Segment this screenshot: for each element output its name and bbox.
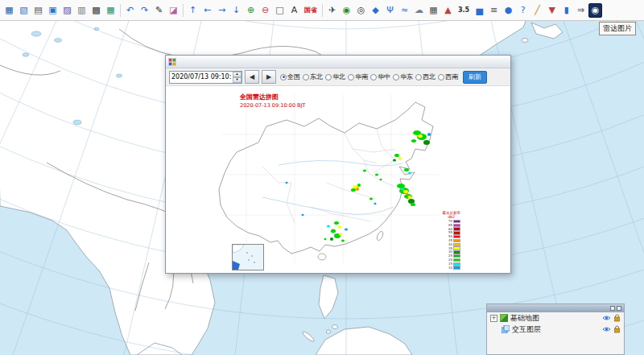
layer-manager-panel: + 基础地图 交互图层: [486, 303, 625, 355]
legend-swatch: [453, 243, 460, 246]
satellite-icon[interactable]: ◆: [369, 3, 382, 18]
zoom-out-icon[interactable]: ⊖: [258, 3, 272, 18]
globe-icon[interactable]: ◉: [340, 3, 353, 18]
menu-icon[interactable]: ≡: [487, 3, 501, 18]
arrow-right-icon[interactable]: →: [215, 3, 229, 18]
radio-dot: [280, 74, 287, 80]
animation-icon[interactable]: ▩: [89, 3, 103, 18]
legend-swatch: [453, 266, 460, 269]
eraser-icon[interactable]: ◪: [167, 3, 180, 18]
text-tool-icon[interactable]: A: [287, 3, 301, 18]
table-icon[interactable]: ▦: [104, 3, 118, 18]
radio-label: 全国: [287, 72, 300, 81]
legend-swatch: [453, 262, 460, 266]
radio-label: 华东: [400, 72, 413, 81]
radio-label: 东北: [310, 72, 323, 81]
toolbar-separator: [322, 4, 323, 17]
region-radio-西北[interactable]: 西北: [415, 72, 436, 81]
radio-label: 华北: [332, 72, 345, 81]
region-radio-西南[interactable]: 西南: [438, 72, 458, 81]
ruler-icon[interactable]: ╱: [530, 3, 544, 18]
arrow-left-icon[interactable]: ←: [200, 3, 214, 18]
pencil-icon[interactable]: ✎: [152, 3, 166, 18]
legend-swatch: [453, 239, 460, 242]
undo-icon[interactable]: ↶: [123, 3, 137, 18]
next-time-button[interactable]: ▶: [262, 70, 276, 84]
help-icon[interactable]: ?: [516, 3, 530, 18]
wave-icon[interactable]: ≈: [398, 3, 411, 18]
grid-icon[interactable]: ▦: [427, 3, 440, 18]
expander-icon[interactable]: +: [490, 315, 497, 322]
legend-swatch: [453, 227, 460, 230]
radio-dot: [348, 74, 354, 80]
dialog-toolbar: ▲ ▼ ◀ ▶ 全国东北华北华南华中华东西北西南 刷新: [166, 68, 510, 86]
export-icon[interactable]: ⇒: [574, 3, 588, 18]
interactive-layer-icon: [502, 325, 510, 333]
chart-icon[interactable]: ▲: [441, 3, 455, 18]
redo-icon[interactable]: ↷: [138, 3, 151, 18]
visibility-eye-icon[interactable]: [602, 315, 611, 321]
zoom-in-icon[interactable]: ⊕: [244, 3, 258, 18]
flight-route-icon[interactable]: ✈: [325, 3, 339, 18]
database-icon[interactable]: ▥: [75, 3, 89, 18]
save-icon[interactable]: ▦: [2, 3, 16, 18]
layer-row-base-map[interactable]: + 基础地图: [487, 312, 624, 324]
region-radio-group: 全国东北华北华南华中华东西北西南: [280, 72, 458, 81]
region-radio-全国[interactable]: 全国: [280, 72, 300, 81]
datetime-picker: ▲ ▼: [169, 71, 242, 84]
radio-dot: [415, 74, 422, 80]
layer-label: 交互图层: [512, 324, 600, 335]
arrow-down-icon[interactable]: ↓: [229, 3, 243, 18]
select-rect-icon[interactable]: □: [273, 3, 287, 18]
legend-swatch: [453, 220, 460, 223]
datetime-input[interactable]: [170, 72, 233, 83]
region-radio-华中[interactable]: 华中: [370, 72, 390, 81]
lock-icon[interactable]: [613, 325, 621, 333]
panel-collapse-button[interactable]: [610, 306, 615, 311]
radio-label: 西南: [445, 72, 458, 81]
dialog-titlebar[interactable]: [166, 56, 510, 68]
legend-swatch: [453, 231, 460, 234]
layer-row-interactive[interactable]: 交互图层: [487, 324, 624, 335]
region-radio-华北[interactable]: 华北: [325, 72, 345, 81]
region-boundary-icon[interactable]: 国省: [302, 3, 320, 18]
legend-swatch: [453, 224, 460, 227]
legend-row: 10: [443, 266, 461, 270]
radio-dot: [303, 74, 309, 80]
radar-title: 全国雷达拼图: [239, 93, 279, 101]
spinner-up-button[interactable]: ▲: [233, 72, 242, 77]
region-radio-东北[interactable]: 东北: [303, 72, 323, 81]
monitor-icon[interactable]: ▣: [46, 3, 60, 18]
region-radio-华南[interactable]: 华南: [348, 72, 368, 81]
toolbar-separator: [183, 4, 184, 17]
radar-image-area: 全国雷达拼图 2020-07-13 09:10:00 BJT 最大反射率 dBZ…: [166, 86, 510, 273]
radio-label: 华南: [355, 72, 368, 81]
panel-header[interactable]: [487, 304, 624, 312]
arrow-up-icon[interactable]: ↑: [186, 3, 200, 18]
legend-swatch: [453, 246, 460, 250]
visibility-eye-icon[interactable]: [602, 326, 611, 332]
radar-timestamp: 2020-07-13 09:10:00 BJT: [240, 102, 305, 109]
cloud-icon[interactable]: ☁: [412, 3, 426, 18]
radar-image-tooltip: 雷达图片: [599, 22, 636, 35]
print-icon[interactable]: ▤: [31, 3, 45, 18]
bookmark-icon[interactable]: ▮: [559, 3, 573, 18]
radar-image-icon[interactable]: ◉: [588, 3, 602, 18]
dialog-icon: [168, 58, 176, 66]
layer-label: 基础地图: [510, 313, 600, 324]
spinner-down-button[interactable]: ▼: [233, 77, 242, 83]
open-map-icon[interactable]: ▧: [17, 3, 31, 18]
prev-time-button[interactable]: ◀: [245, 70, 259, 84]
pin-icon[interactable]: ▼: [545, 3, 559, 18]
panel-close-button[interactable]: [617, 306, 621, 311]
station-dot-icon[interactable]: ●: [502, 3, 515, 18]
station-circle-icon[interactable]: ◎: [354, 3, 368, 18]
lock-icon[interactable]: [613, 314, 621, 322]
antenna-icon[interactable]: Ψ: [383, 3, 397, 18]
layers-icon[interactable]: ▨: [60, 3, 74, 18]
region-radio-华东[interactable]: 华东: [393, 72, 413, 81]
histogram-icon[interactable]: ▅: [473, 3, 486, 18]
version-label[interactable]: 3.5: [456, 3, 472, 18]
refresh-button[interactable]: 刷新: [463, 71, 487, 84]
map-layer-icon: [500, 314, 508, 322]
